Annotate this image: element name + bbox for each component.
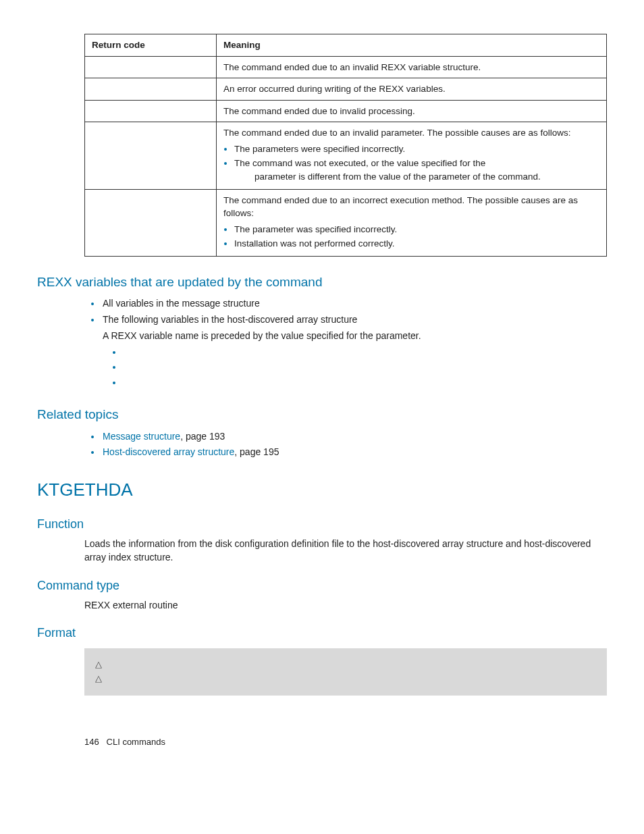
cell-code: [85, 100, 217, 122]
row-intro: The command ended due to an incorrect ex…: [223, 195, 578, 219]
link-host-discovered-array-structure[interactable]: Host-discovered array structure: [103, 446, 234, 457]
list-item: Installation was not performed correctly…: [234, 237, 599, 251]
list-item: The parameters were specified incorrectl…: [234, 142, 599, 156]
list-item: All variables in the message structure: [101, 296, 607, 310]
cell-meaning: The command ended due to an invalid para…: [217, 122, 607, 189]
cell-meaning: The command ended due to an invalid REXX…: [217, 56, 607, 78]
cell-code: [85, 78, 217, 101]
code-line: △: [95, 658, 596, 672]
command-type-body: REXX external routine: [84, 598, 607, 612]
list-item: The following variables in the host-disc…: [101, 313, 607, 389]
heading-ktgethda: KTGETHDA: [37, 477, 607, 503]
row-intro: The command ended due to an invalid para…: [223, 128, 571, 138]
link-message-structure[interactable]: Message structure: [103, 431, 180, 442]
list-item: [123, 375, 607, 389]
table-row: The command ended due to an invalid REXX…: [85, 56, 607, 78]
list-item: The command was not executed, or the val…: [234, 157, 599, 183]
table-row: The command ended due to invalid process…: [85, 100, 607, 122]
function-body: Loads the information from the disk conf…: [84, 537, 607, 565]
cell-meaning: The command ended due to invalid process…: [217, 100, 607, 122]
list-item: [123, 360, 607, 373]
format-codebox: △ △: [84, 648, 607, 696]
th-return-code: Return code: [85, 34, 217, 57]
heading-command-type: Command type: [37, 577, 607, 594]
cell-meaning: The command ended due to an incorrect ex…: [217, 189, 607, 256]
footer-title: CLI commands: [107, 737, 165, 747]
list-item: Host-discovered array structure, page 19…: [101, 445, 607, 459]
page-footer: 146 CLI commands: [84, 736, 607, 749]
th-meaning: Meaning: [217, 34, 607, 57]
table-row: An error occurred during writing of the …: [85, 78, 607, 101]
heading-format: Format: [37, 624, 607, 642]
cell-code: [85, 189, 217, 256]
return-code-table: Return code Meaning The command ended du…: [84, 34, 607, 257]
list-item: Message structure, page 193: [101, 429, 607, 443]
code-line: △: [95, 672, 596, 686]
related-topics-list: Message structure, page 193 Host-discove…: [101, 429, 607, 459]
table-row: The command ended due to an incorrect ex…: [85, 189, 607, 256]
cell-meaning: An error occurred during writing of the …: [217, 78, 607, 101]
list-item: [123, 345, 607, 359]
cell-code: [85, 56, 217, 78]
heading-rexx-vars: REXX variables that are updated by the c…: [37, 273, 607, 292]
cell-code: [85, 122, 217, 189]
list-item: The parameter was specified incorrectly.: [234, 223, 599, 236]
page-number: 146: [84, 737, 99, 747]
heading-related-topics: Related topics: [37, 405, 607, 424]
heading-function: Function: [37, 515, 607, 533]
rexx-vars-list: All variables in the message structure T…: [101, 296, 607, 389]
table-row: The command ended due to an invalid para…: [85, 122, 607, 189]
